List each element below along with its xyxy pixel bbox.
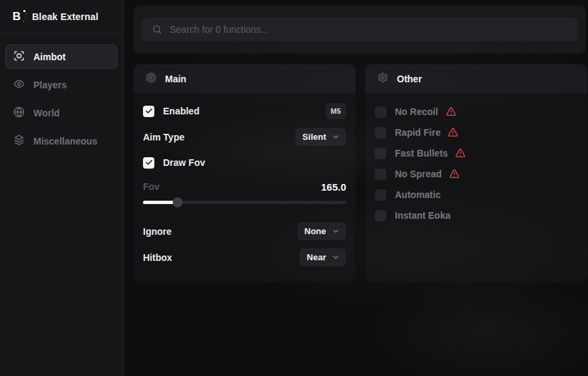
automatic-label: Automatic <box>395 189 440 200</box>
rapid-fire-row: Rapid Fire <box>375 124 578 140</box>
check-icon <box>145 107 153 115</box>
instant-eoka-label: Instant Eoka <box>395 210 450 221</box>
focus-icon <box>13 50 25 64</box>
eye-icon <box>13 78 25 92</box>
chevron-down-icon <box>331 253 340 262</box>
aim-type-value: Silent <box>303 132 326 142</box>
instant-eoka-checkbox[interactable] <box>375 210 386 221</box>
no-recoil-row: No Recoil <box>375 104 578 120</box>
ignore-dropdown[interactable]: None <box>297 222 347 240</box>
panel-other-body: No Recoil Rapid Fire F <box>365 93 587 223</box>
panel-main-body: Enabled M5 Aim Type Silent <box>134 93 355 266</box>
hitbox-dropdown[interactable]: Near <box>299 248 346 266</box>
panel-main: Main Enabled M5 Aim Type <box>134 64 355 282</box>
panel-main-header: Main <box>134 64 355 93</box>
fov-row: Fov 165.0 <box>143 181 346 193</box>
panel-other: Other No Recoil Rapid Fire <box>365 64 587 282</box>
panels-row: Main Enabled M5 Aim Type <box>134 64 587 282</box>
fov-value: 165.0 <box>321 181 346 193</box>
no-spread-row: No Spread <box>375 166 578 182</box>
globe-icon <box>13 106 25 120</box>
warning-icon <box>449 169 460 179</box>
draw-fov-label: Draw Fov <box>163 157 205 168</box>
check-icon <box>145 159 153 167</box>
chevron-down-icon <box>331 132 340 141</box>
gear-icon <box>378 72 388 86</box>
app-window: B Bleak External Aimbot Players World Mi… <box>0 0 588 376</box>
no-recoil-checkbox[interactable] <box>375 106 386 118</box>
warning-icon <box>446 106 456 117</box>
ignore-label: Ignore <box>143 226 172 237</box>
draw-fov-checkbox[interactable] <box>143 157 154 169</box>
no-recoil-label: No Recoil <box>395 106 438 117</box>
rapid-fire-checkbox[interactable] <box>375 127 386 138</box>
no-spread-checkbox[interactable] <box>375 169 386 180</box>
enabled-row: Enabled M5 <box>143 102 346 120</box>
fov-slider[interactable] <box>143 197 346 207</box>
aim-type-label: Aim Type <box>143 132 184 143</box>
aim-type-row: Aim Type Silent <box>143 128 346 146</box>
fast-bullets-row: Fast Bullets <box>375 145 578 161</box>
ignore-value: None <box>305 226 327 236</box>
app-header: B Bleak External <box>0 0 123 33</box>
sidebar-item-label: Aimbot <box>33 52 65 62</box>
slider-thumb[interactable] <box>172 197 182 207</box>
draw-fov-row: Draw Fov <box>143 154 346 171</box>
fast-bullets-label: Fast Bullets <box>395 148 448 159</box>
logo-letter: B <box>13 11 21 22</box>
sidebar-item-label: Miscellaneous <box>33 136 98 147</box>
fast-bullets-checkbox[interactable] <box>375 148 386 159</box>
automatic-row: Automatic <box>375 187 578 203</box>
app-logo-icon: B <box>9 9 24 24</box>
no-spread-label: No Spread <box>395 169 442 179</box>
sidebar-item-aimbot[interactable]: Aimbot <box>5 44 118 69</box>
enabled-checkbox[interactable] <box>143 106 154 117</box>
sidebar: B Bleak External Aimbot Players World Mi… <box>0 0 124 376</box>
enabled-label: Enabled <box>163 106 199 116</box>
panel-title: Other <box>397 74 422 84</box>
chevron-down-icon <box>331 227 340 236</box>
sidebar-item-miscellaneous[interactable]: Miscellaneous <box>5 128 118 153</box>
sidebar-item-label: World <box>33 108 59 118</box>
search-card <box>134 5 586 54</box>
sidebar-item-label: Players <box>33 80 67 90</box>
target-icon <box>146 72 156 86</box>
rapid-fire-label: Rapid Fire <box>395 127 440 138</box>
automatic-checkbox[interactable] <box>375 189 386 201</box>
main-content: Main Enabled M5 Aim Type <box>124 0 588 376</box>
ignore-row: Ignore None <box>143 222 346 240</box>
sidebar-item-players[interactable]: Players <box>5 72 118 97</box>
warning-icon <box>448 127 458 138</box>
layers-icon <box>13 134 25 148</box>
app-title: Bleak External <box>32 11 98 22</box>
instant-eoka-row: Instant Eoka <box>375 207 578 223</box>
hitbox-value: Near <box>307 252 326 262</box>
warning-icon <box>455 148 466 159</box>
panel-other-header: Other <box>365 64 587 93</box>
aim-type-dropdown[interactable]: Silent <box>295 128 346 146</box>
sidebar-nav: Aimbot Players World Miscellaneous <box>0 33 123 164</box>
hitbox-label: Hitbox <box>143 252 172 263</box>
hitbox-row: Hitbox Near <box>143 248 346 266</box>
sidebar-item-world[interactable]: World <box>5 100 118 125</box>
search-input[interactable] <box>142 17 578 41</box>
panel-title: Main <box>165 74 186 84</box>
enabled-keybind-button[interactable]: M5 <box>325 103 346 119</box>
fov-label: Fov <box>143 181 160 192</box>
